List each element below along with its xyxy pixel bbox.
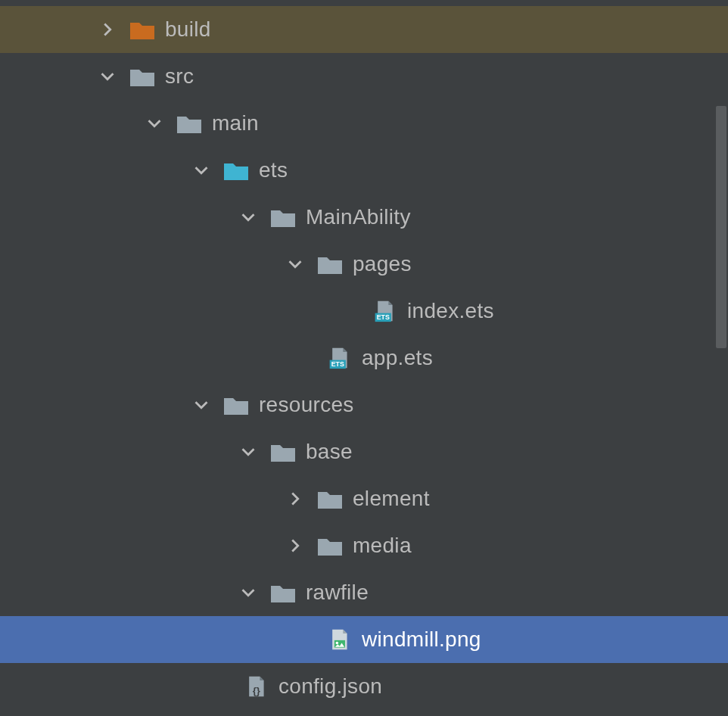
tree-item-build[interactable]: build bbox=[0, 6, 728, 53]
tree-label: media bbox=[353, 534, 412, 558]
folder-icon bbox=[269, 440, 297, 463]
tree-label: index.ets bbox=[407, 299, 494, 323]
folder-icon bbox=[129, 65, 156, 88]
tree-label: config.json bbox=[278, 674, 382, 699]
tree-label: rawfile bbox=[306, 581, 369, 605]
tree-item-element[interactable]: element bbox=[0, 475, 728, 522]
folder-icon bbox=[176, 112, 203, 135]
tree-label: ets bbox=[259, 158, 288, 182]
tree-label: windmill.png bbox=[362, 627, 481, 652]
tree-item-mainability[interactable]: MainAbility bbox=[0, 194, 728, 241]
tree-label: MainAbility bbox=[306, 205, 411, 229]
tree-label: main bbox=[212, 111, 259, 135]
tree-item-rawfile[interactable]: rawfile bbox=[0, 569, 728, 616]
chevron-down-icon[interactable] bbox=[191, 394, 212, 416]
image-file-icon bbox=[325, 628, 353, 651]
folder-icon bbox=[222, 159, 250, 182]
svg-text:ETS: ETS bbox=[331, 360, 344, 368]
tree-label: resources bbox=[259, 393, 354, 417]
chevron-down-icon[interactable] bbox=[97, 66, 118, 87]
chevron-right-icon[interactable] bbox=[285, 488, 306, 509]
svg-point-5 bbox=[336, 642, 339, 645]
tree-item-base[interactable]: base bbox=[0, 428, 728, 475]
chevron-down-icon[interactable] bbox=[238, 207, 259, 228]
tree-item-index-ets[interactable]: ETS index.ets bbox=[0, 288, 728, 335]
tree-item-src[interactable]: src bbox=[0, 53, 728, 100]
ets-file-icon: ETS bbox=[371, 300, 398, 322]
tree-item-windmill-png[interactable]: windmill.png bbox=[0, 616, 728, 663]
folder-icon bbox=[316, 253, 344, 276]
folder-icon bbox=[269, 206, 297, 229]
tree-label: src bbox=[165, 64, 194, 89]
file-tree: build src main ets bbox=[0, 0, 728, 710]
tree-item-config-json[interactable]: {} config.json bbox=[0, 663, 728, 710]
tree-label: base bbox=[306, 440, 353, 464]
folder-icon bbox=[316, 534, 344, 557]
ets-file-icon: ETS bbox=[325, 347, 353, 369]
folder-icon bbox=[316, 487, 344, 510]
folder-icon bbox=[222, 394, 250, 416]
tree-label: build bbox=[165, 17, 211, 42]
chevron-down-icon[interactable] bbox=[144, 113, 165, 134]
chevron-down-icon[interactable] bbox=[238, 441, 259, 462]
tree-label: element bbox=[353, 487, 430, 511]
chevron-down-icon[interactable] bbox=[285, 254, 306, 275]
chevron-down-icon[interactable] bbox=[238, 582, 259, 603]
tree-label: app.ets bbox=[362, 346, 433, 370]
tree-item-media[interactable]: media bbox=[0, 522, 728, 569]
tree-item-main[interactable]: main bbox=[0, 100, 728, 147]
json-file-icon: {} bbox=[242, 675, 269, 698]
tree-item-ets[interactable]: ets bbox=[0, 147, 728, 194]
tree-item-app-ets[interactable]: ETS app.ets bbox=[0, 335, 728, 381]
tree-item-pages[interactable]: pages bbox=[0, 241, 728, 288]
folder-icon bbox=[129, 18, 156, 41]
chevron-right-icon[interactable] bbox=[285, 535, 306, 556]
svg-text:ETS: ETS bbox=[377, 313, 390, 321]
svg-text:{}: {} bbox=[253, 685, 260, 696]
tree-item-resources[interactable]: resources bbox=[0, 381, 728, 428]
scrollbar-thumb[interactable] bbox=[716, 106, 726, 348]
folder-icon bbox=[269, 581, 297, 604]
chevron-down-icon[interactable] bbox=[191, 160, 212, 181]
chevron-right-icon[interactable] bbox=[97, 19, 118, 40]
tree-label: pages bbox=[353, 252, 412, 276]
